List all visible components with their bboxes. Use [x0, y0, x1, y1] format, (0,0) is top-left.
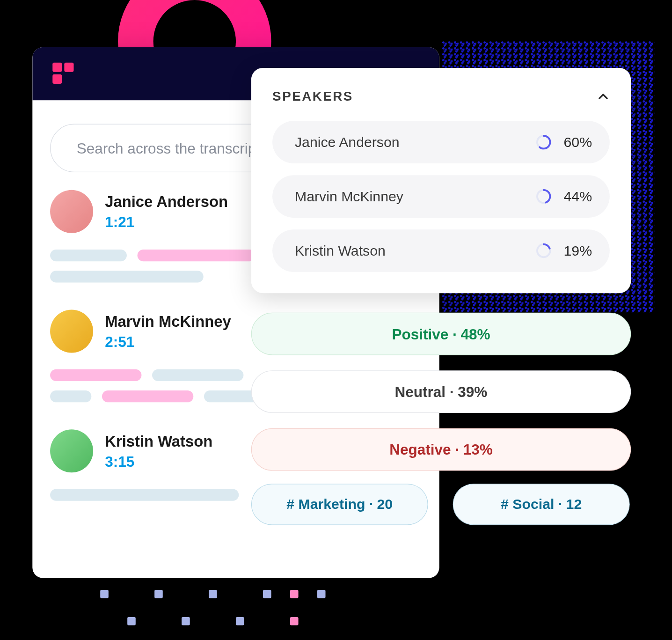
progress-ring-icon	[535, 243, 552, 259]
sentiment-negative[interactable]: Negative · 13%	[251, 428, 631, 471]
timestamp[interactable]: 1:21	[105, 213, 228, 230]
speaker-stat-name: Marvin McKinney	[295, 188, 403, 205]
speakers-panel: SPEAKERS Janice Anderson 60% Marvin McKi…	[251, 68, 631, 293]
avatar	[50, 310, 93, 353]
sentiment-positive[interactable]: Positive · 48%	[251, 313, 631, 355]
speaker-name: Marvin McKinney	[105, 312, 231, 331]
speaker-stat-pct: 60%	[564, 134, 592, 150]
speaker-stat-pct: 44%	[564, 188, 592, 205]
sentiment-section: Positive · 48% Neutral · 39% Negative · …	[251, 313, 631, 471]
app-logo-icon	[52, 63, 75, 85]
speaker-stat-row[interactable]: Janice Anderson 60%	[272, 121, 610, 163]
speaker-name: Kristin Watson	[105, 432, 212, 450]
speaker-stat-name: Kristin Watson	[295, 243, 386, 259]
decorative-dots	[100, 590, 325, 625]
sentiment-neutral[interactable]: Neutral · 39%	[251, 370, 631, 413]
svg-rect-0	[52, 63, 62, 72]
svg-rect-1	[64, 63, 73, 72]
speaker-stat-row[interactable]: Kristin Watson 19%	[272, 229, 610, 272]
tag-row: # Marketing · 20 # Social · 12	[251, 484, 630, 525]
speaker-stat-name: Janice Anderson	[295, 134, 400, 150]
avatar	[50, 190, 93, 233]
speakers-header: SPEAKERS	[272, 89, 610, 104]
timestamp[interactable]: 2:51	[105, 333, 231, 350]
chevron-up-icon[interactable]	[597, 90, 610, 103]
progress-ring-icon	[535, 188, 552, 205]
timestamp[interactable]: 3:15	[105, 453, 212, 470]
tag-social[interactable]: # Social · 12	[453, 484, 630, 525]
speaker-name: Janice Anderson	[105, 192, 228, 211]
panel-title: SPEAKERS	[272, 89, 353, 104]
progress-ring-icon	[535, 134, 552, 150]
speaker-stat-row[interactable]: Marvin McKinney 44%	[272, 175, 610, 218]
svg-rect-2	[52, 74, 62, 84]
speaker-stat-pct: 19%	[564, 243, 592, 259]
tag-marketing[interactable]: # Marketing · 20	[251, 484, 428, 525]
avatar	[50, 429, 93, 472]
